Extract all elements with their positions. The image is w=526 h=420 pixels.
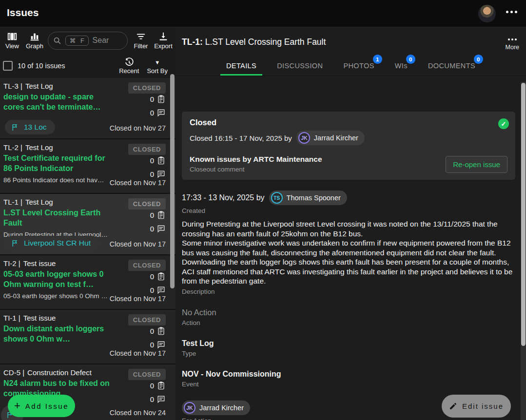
detail-tabs: DETAILS DISCUSSION PHOTOS1 WIs0 DOCUMENT… [175,60,526,76]
comment-icon [156,170,166,179]
tab-wis[interactable]: WIs0 [394,60,409,76]
issue-subtitle: 05-03 earth logger shows 0 Ohm … [3,292,117,300]
documents-count-badge: 0 [474,55,483,64]
issue-type: Test issue [23,259,56,267]
for-action-name: Jarrad Kircher [199,404,244,412]
closed-date: Closed on Nov 17 [110,349,166,357]
download-icon [158,31,169,42]
topbar: Issues [0,0,526,27]
clipboard-icon [156,272,166,281]
view-button[interactable]: View [3,31,21,50]
type-value: Test Log [182,339,515,348]
status-badge: CLOSED [128,198,166,210]
status-badge: CLOSED [128,314,166,325]
avatar-initials: JK [184,402,195,414]
issue-code: TL-2 | [3,143,22,152]
location-chip[interactable]: 13 Loc [5,120,55,134]
type-field: Test Log Type [182,339,515,357]
sidebar-toolbar: View Graph ⌘ F Filter [0,27,175,54]
export-button[interactable]: Export [154,31,173,50]
issue-code: TI-2 | [3,259,20,267]
comment-count: 0 [150,109,154,117]
comment-count: 0 [150,170,154,178]
user-avatar[interactable] [478,5,496,22]
issue-title: design to update - spare cores can't be … [3,92,110,112]
issue-code: TL-1 | [3,198,22,206]
issue-title: L.ST Level Crossing Earth Fault [3,208,110,228]
task-count: 0 [150,327,154,335]
add-issue-label: Add Issue [25,402,69,410]
closed-date: Closed on Nov 27 [110,124,166,132]
issue-row-ti1[interactable]: TI-1 |Test issue Down distant earth logg… [0,310,175,364]
view-columns-icon [7,31,18,42]
graph-button[interactable]: Graph [25,31,44,50]
sidebar-scrollbar[interactable] [170,74,175,288]
tab-documents[interactable]: DOCUMENTS0 [427,60,476,76]
comment-icon [156,395,166,404]
issue-type: Test Log [25,143,53,152]
reopen-issue-button[interactable]: Re-open issue [446,156,507,173]
task-count: 0 [150,272,154,281]
closed-by-chip[interactable]: JK Jarrad Kircher [296,131,365,145]
view-label: View [5,42,19,50]
closed-datetime: Closed 16:15 - 17 Nov, 2025 by [190,134,292,142]
overflow-menu-icon[interactable] [506,11,517,13]
issue-type: Test Log [25,198,53,206]
edit-issue-button[interactable]: Edit issue [442,395,511,418]
filter-button[interactable]: Filter [132,31,150,50]
more-dots-icon [508,36,517,43]
tab-details[interactable]: DETAILS [225,60,257,76]
closed-date: Closed on Nov 24 [110,409,166,417]
task-count: 0 [150,156,154,165]
tab-photos[interactable]: PHOTOS1 [342,60,375,76]
location-chip[interactable]: Liverpool St CR Hut [5,236,99,250]
tab-discussion[interactable]: DISCUSSION [276,60,324,76]
history-icon [124,57,134,67]
export-label: Export [154,42,173,50]
issue-row-tl1-selected[interactable]: TL-1 |Test Log L.ST Level Crossing Earth… [0,194,175,255]
comment-icon [156,286,166,295]
more-button[interactable]: More [506,36,519,51]
issue-list: TL-3 |Test Log design to update - spare … [0,78,175,420]
list-header: 10 of 10 issues Recent ▼ Sort By [0,54,175,78]
closeout-comment-label: Closeout comment [190,166,322,173]
sort-by-button[interactable]: ▼ Sort By [147,57,168,75]
created-by-chip[interactable]: TS Thomas Spooner [269,191,347,205]
issue-type: Test Log [25,82,53,90]
closed-status-card: Closed Closed 16:15 - 17 Nov, 2025 by JK… [182,112,515,180]
task-count: 0 [150,211,154,219]
recent-label: Recent [119,67,139,75]
issue-row-tl3[interactable]: TL-3 |Test Log design to update - spare … [0,78,175,139]
filter-label: Filter [134,42,148,50]
recent-sort-button[interactable]: Recent [119,57,139,75]
search-box[interactable]: ⌘ F [48,32,128,50]
issue-row-ti2[interactable]: TI-2 |Test issue 05-03 earth logger show… [0,255,175,310]
comment-count: 0 [150,341,154,349]
detail-scroll-area: Closed Closed 16:15 - 17 Nov, 2025 by JK… [175,104,517,420]
app-window: Issues View Graph ⌘ F [0,0,526,420]
shortcut-chip: ⌘ F [65,36,89,46]
comment-icon [156,108,166,117]
flag-icon [11,123,19,132]
detail-header: TL-1: L.ST Level Crossing Earth Fault Mo… [175,27,526,47]
comment-count: 0 [150,395,154,403]
main-scrollbar-thumb[interactable] [521,83,526,346]
closed-date: Closed on Nov 17 [110,295,166,303]
for-action-chip[interactable]: JK Jarrad Kircher [182,401,250,415]
status-badge: CLOSED [128,369,166,380]
action-value: No Action [182,308,515,317]
filter-icon [136,31,146,42]
action-field: No Action Action [182,308,515,326]
sort-by-label: Sort By [147,67,168,75]
add-issue-button[interactable]: + Add Issue [8,395,75,417]
issue-title: 05-03 earth logger shows 0 Ohm warning o… [3,269,110,289]
issue-row-tl2[interactable]: TL-2 |Test Log Test Certificate required… [0,139,175,194]
search-input[interactable] [93,36,121,45]
issue-code: TL-3 | [3,82,22,90]
description-label: Description [182,288,515,295]
flag-icon [11,239,19,248]
wis-count-badge: 0 [406,55,415,64]
photos-count-badge: 1 [373,55,382,64]
select-all-checkbox[interactable] [3,61,13,71]
clipboard-icon [156,95,166,104]
